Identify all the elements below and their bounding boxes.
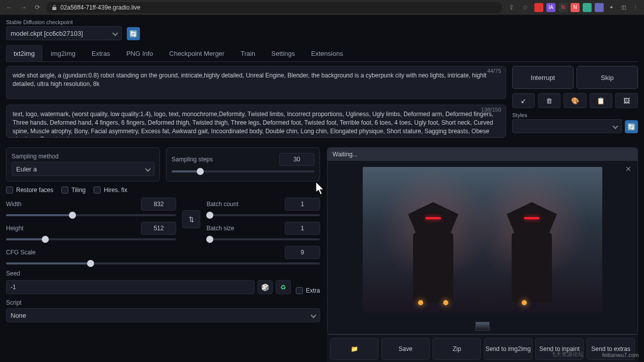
interrupt-button[interactable]: Interrupt bbox=[512, 66, 574, 89]
extensions-icon[interactable]: ✦ bbox=[607, 3, 616, 12]
main-tabs: txt2img img2img Extras PNG Info Checkpoi… bbox=[6, 45, 638, 62]
clipboard-button[interactable]: 📋 bbox=[590, 93, 612, 108]
sampling-method-label: Sampling method bbox=[12, 153, 154, 160]
sampling-steps-value[interactable]: 30 bbox=[279, 153, 314, 166]
script-select[interactable]: None bbox=[6, 308, 320, 322]
palette-button[interactable]: 🎨 bbox=[564, 93, 586, 108]
tiling-checkbox[interactable] bbox=[61, 187, 68, 194]
watermark-text-2: feitianwu7.com bbox=[602, 352, 639, 358]
sampling-method-value: Euler a bbox=[16, 165, 37, 173]
tab-extras[interactable]: Extras bbox=[84, 45, 118, 61]
checkpoint-label: Stable Diffusion checkpoint bbox=[6, 19, 122, 25]
tab-extensions[interactable]: Extensions bbox=[303, 45, 351, 61]
lock-icon bbox=[51, 5, 57, 11]
send-to-img2img-button[interactable]: Send to img2img bbox=[484, 338, 532, 360]
chevron-down-icon bbox=[145, 166, 150, 171]
zip-button[interactable]: Zip bbox=[433, 338, 481, 360]
share-icon[interactable]: ⇪ bbox=[506, 3, 516, 13]
trash-button[interactable]: 🗑 bbox=[538, 93, 560, 108]
extra-seed-checkbox[interactable] bbox=[296, 287, 303, 294]
tab-pnginfo[interactable]: PNG Info bbox=[119, 45, 160, 61]
script-label: Script bbox=[6, 299, 320, 306]
open-folder-button[interactable]: 📁 bbox=[330, 338, 378, 360]
seed-input[interactable] bbox=[6, 280, 255, 294]
extra-seed-label: Extra bbox=[306, 287, 320, 294]
sampling-method-select[interactable]: Euler a bbox=[12, 162, 154, 176]
hires-fix-label: Hires. fix bbox=[104, 187, 127, 194]
batch-size-slider[interactable] bbox=[206, 238, 320, 241]
random-seed-button[interactable]: 🎲 bbox=[258, 280, 273, 294]
sampling-steps-label: Sampling steps bbox=[172, 156, 213, 163]
ext-icon-6[interactable] bbox=[595, 3, 604, 12]
styles-select[interactable] bbox=[512, 119, 622, 133]
chevron-down-icon bbox=[112, 30, 118, 36]
cfg-scale-value[interactable]: 9 bbox=[285, 246, 320, 259]
image-button[interactable]: 🖼 bbox=[615, 93, 638, 108]
refresh-styles-button[interactable]: 🔄 bbox=[625, 120, 638, 133]
output-status: Waiting... bbox=[328, 148, 637, 161]
tab-txt2img[interactable]: txt2img bbox=[6, 45, 42, 61]
batch-size-value[interactable]: 1 bbox=[285, 222, 320, 235]
width-label: Width bbox=[6, 201, 22, 208]
width-value[interactable]: 832 bbox=[141, 198, 176, 211]
url-bar[interactable]: 02a56ff4-71ff-439e.gradio.live bbox=[46, 2, 502, 13]
tiling-label: Tiling bbox=[71, 187, 86, 194]
extension-icons: IA N N ✦ ◫ ⋮ bbox=[534, 3, 640, 12]
height-value[interactable]: 512 bbox=[141, 222, 176, 235]
batch-count-value[interactable]: 1 bbox=[285, 198, 320, 211]
ext-icon-1[interactable] bbox=[534, 3, 543, 12]
forward-button[interactable]: → bbox=[18, 3, 28, 13]
restore-faces-checkbox[interactable] bbox=[6, 187, 13, 194]
batch-count-label: Batch count bbox=[206, 201, 238, 208]
ext-icon-3[interactable]: N bbox=[558, 3, 568, 12]
tab-settings[interactable]: Settings bbox=[264, 45, 302, 61]
url-text: 02a56ff4-71ff-439e.gradio.live bbox=[60, 4, 140, 11]
script-value: None bbox=[11, 312, 26, 319]
save-button[interactable]: Save bbox=[381, 338, 430, 360]
negative-prompt-input[interactable] bbox=[6, 105, 506, 138]
tab-train[interactable]: Train bbox=[233, 45, 263, 61]
chevron-down-icon bbox=[612, 123, 618, 129]
tab-img2img[interactable]: img2img bbox=[43, 45, 83, 61]
swap-dimensions-button[interactable]: ⇅ bbox=[182, 210, 200, 228]
sampling-steps-slider[interactable] bbox=[172, 170, 314, 173]
positive-prompt-input[interactable] bbox=[6, 66, 506, 99]
tab-checkpoint-merger[interactable]: Checkpoint Merger bbox=[162, 45, 232, 61]
output-thumbnail[interactable] bbox=[475, 322, 490, 331]
width-slider[interactable] bbox=[6, 214, 176, 217]
chevron-down-icon bbox=[310, 312, 316, 318]
ext-icon-4[interactable]: N bbox=[571, 3, 580, 12]
hires-fix-checkbox[interactable] bbox=[94, 187, 101, 194]
restore-faces-label: Restore faces bbox=[16, 187, 53, 194]
batch-count-slider[interactable] bbox=[206, 214, 320, 217]
cfg-scale-label: CFG Scale bbox=[6, 249, 36, 256]
checkpoint-select[interactable]: model.ckpt [cc6cb27103] bbox=[6, 26, 122, 40]
seed-label: Seed bbox=[6, 270, 320, 277]
reuse-seed-button[interactable]: ♻ bbox=[276, 280, 291, 294]
skip-button[interactable]: Skip bbox=[577, 66, 638, 89]
generated-image[interactable] bbox=[363, 167, 602, 313]
reload-button[interactable]: ⟳ bbox=[32, 3, 42, 13]
cfg-scale-slider[interactable] bbox=[6, 262, 320, 265]
ext-icon-2[interactable]: IA bbox=[546, 3, 555, 12]
height-label: Height bbox=[6, 225, 24, 232]
back-button[interactable]: ← bbox=[4, 3, 14, 13]
arrow-button[interactable]: ↙ bbox=[512, 93, 535, 108]
batch-size-label: Batch size bbox=[206, 225, 234, 232]
sidepanel-icon[interactable]: ◫ bbox=[619, 3, 628, 12]
styles-label: Styles bbox=[512, 112, 622, 118]
height-slider[interactable] bbox=[6, 238, 176, 241]
browser-chrome: ← → ⟳ 02a56ff4-71ff-439e.gradio.live ⇪ ☆… bbox=[0, 0, 644, 15]
menu-icon[interactable]: ⋮ bbox=[631, 3, 640, 12]
positive-token-count: 44/75 bbox=[487, 68, 501, 74]
star-icon[interactable]: ☆ bbox=[520, 3, 530, 13]
close-preview-button[interactable]: ✕ bbox=[625, 165, 631, 173]
ext-icon-5[interactable] bbox=[583, 3, 592, 12]
refresh-checkpoint-button[interactable]: 🔄 bbox=[127, 27, 140, 40]
negative-token-count: 138/150 bbox=[481, 107, 501, 113]
checkpoint-value: model.ckpt [cc6cb27103] bbox=[11, 30, 83, 37]
watermark-text-1: 飞天资源论坛 bbox=[550, 350, 584, 358]
